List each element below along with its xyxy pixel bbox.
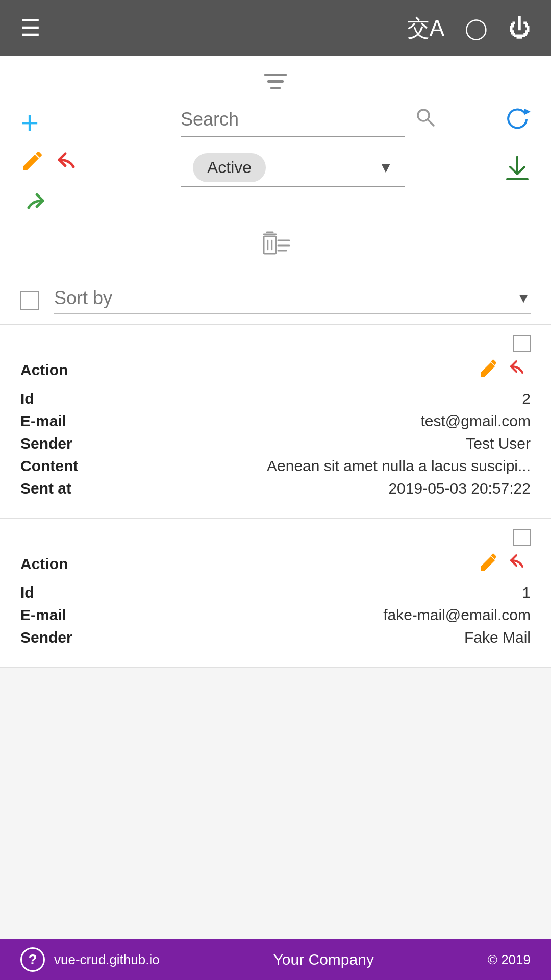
filter-icon[interactable]: [263, 71, 288, 96]
sent-at-label: Sent at: [20, 480, 71, 497]
help-button[interactable]: ?: [20, 947, 45, 972]
status-dropdown[interactable]: Active ▼: [181, 147, 405, 187]
edit-button[interactable]: [20, 149, 45, 179]
status-value: Active: [193, 153, 266, 182]
svg-marker-5: [524, 109, 531, 115]
select-all-checkbox[interactable]: [20, 291, 39, 310]
id-label: Id: [20, 390, 34, 407]
sort-label: Sort by: [54, 287, 516, 309]
list-item: Id 1: [20, 584, 531, 601]
list-item: Content Aenean sit amet nulla a lacus su…: [20, 457, 531, 475]
id-value-2: 1: [522, 584, 531, 601]
bulk-delete-button[interactable]: [261, 230, 290, 262]
status-dropdown-arrow: ▼: [379, 160, 393, 176]
refresh-button[interactable]: [504, 107, 531, 139]
svg-rect-2: [270, 87, 281, 89]
redo-button[interactable]: [20, 189, 82, 220]
id-value-1: 2: [522, 390, 531, 407]
record-undo-button-2[interactable]: [508, 551, 531, 577]
top-navbar: ☰ 交A ◯ ⏻: [0, 0, 551, 56]
list-item: Sent at 2019-05-03 20:57:22: [20, 480, 531, 497]
search-input[interactable]: [181, 109, 410, 130]
email-value-1: test@gmail.com: [420, 412, 531, 430]
undo-button[interactable]: [55, 149, 82, 179]
record-checkbox-1[interactable]: [513, 335, 531, 352]
list-item: Sender Test User: [20, 435, 531, 452]
download-button[interactable]: [504, 155, 531, 188]
list-item: E-mail fake-mail@email.com: [20, 606, 531, 624]
content-value-1: Aenean sit amet nulla a lacus suscipi...: [267, 457, 531, 475]
table-row: Action Id 2 E-mail test: [0, 325, 551, 519]
sender-label-2: Sender: [20, 629, 72, 646]
sort-row: Sort by ▼: [0, 277, 551, 325]
action-label-2: Action: [20, 555, 68, 573]
toolbar: +: [0, 56, 551, 277]
action-label-1: Action: [20, 361, 68, 379]
power-icon[interactable]: ⏻: [508, 15, 531, 41]
footer-copyright: © 2019: [488, 952, 531, 968]
svg-rect-1: [267, 80, 284, 83]
email-label: E-mail: [20, 412, 66, 430]
sort-select[interactable]: Sort by ▼: [54, 287, 531, 314]
svg-rect-0: [264, 74, 287, 76]
list-item: Sender Fake Mail: [20, 629, 531, 646]
svg-rect-8: [264, 236, 276, 254]
search-box: [181, 107, 405, 137]
record-edit-button-2[interactable]: [479, 551, 499, 577]
translate-icon[interactable]: 交A: [407, 13, 444, 43]
id-label-2: Id: [20, 584, 34, 601]
sender-value-2: Fake Mail: [464, 629, 531, 646]
email-label-2: E-mail: [20, 606, 66, 624]
sent-at-value-1: 2019-05-03 20:57:22: [388, 480, 531, 497]
add-button[interactable]: +: [20, 107, 82, 138]
footer-url: vue-crud.github.io: [54, 952, 160, 968]
record-undo-button-1[interactable]: [508, 357, 531, 383]
email-value-2: fake-mail@email.com: [383, 606, 531, 624]
hamburger-icon[interactable]: ☰: [20, 17, 40, 39]
sender-value-1: Test User: [466, 435, 531, 452]
footer-company: Your Company: [273, 951, 374, 968]
content-label: Content: [20, 457, 78, 475]
svg-line-4: [428, 119, 434, 126]
record-checkbox-2[interactable]: [513, 529, 531, 546]
search-icon: [415, 107, 435, 132]
table-row: Action Id 1 E-mail fake: [0, 519, 551, 668]
record-edit-button-1[interactable]: [479, 357, 499, 383]
user-icon[interactable]: ◯: [465, 16, 488, 40]
list-item: Id 2: [20, 390, 531, 407]
footer: ? vue-crud.github.io Your Company © 2019: [0, 939, 551, 980]
records-area: Action Id 2 E-mail test: [0, 325, 551, 668]
list-item: E-mail test@gmail.com: [20, 412, 531, 430]
sort-arrow: ▼: [516, 290, 531, 306]
sender-label: Sender: [20, 435, 72, 452]
